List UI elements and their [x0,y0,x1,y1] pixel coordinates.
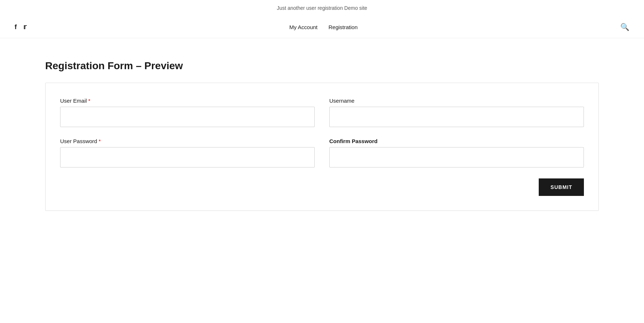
form-row-1: User Email* Username [60,98,584,127]
field-user-email: User Email* [60,98,315,127]
main-nav: My Account Registration [289,24,358,30]
search-button[interactable]: 🔍 [620,23,629,31]
field-confirm-password: Confirm Password [329,138,584,168]
nav-my-account[interactable]: My Account [289,24,318,30]
form-row-2: User Password* Confirm Password [60,138,584,168]
page-title: Registration Form – Preview [45,60,599,72]
input-user-password[interactable] [60,147,315,168]
twitter-icon[interactable]: 𝕣 [23,23,27,31]
label-user-password: User Password* [60,138,315,144]
input-confirm-password[interactable] [329,147,584,168]
input-username[interactable] [329,107,584,127]
main-content: Registration Form – Preview User Email* … [31,38,613,225]
registration-form-container: User Email* Username User Password* [45,83,599,211]
submit-button[interactable]: SUBMIT [539,178,584,196]
field-username: Username [329,98,584,127]
site-tagline: Just another user registration Demo site [277,5,367,11]
form-actions: SUBMIT [60,178,584,196]
nav-registration[interactable]: Registration [329,24,358,30]
label-username: Username [329,98,584,104]
field-user-password: User Password* [60,138,315,168]
required-star-email: * [88,98,90,104]
label-confirm-password: Confirm Password [329,138,584,144]
input-user-email[interactable] [60,107,315,127]
registration-form: User Email* Username User Password* [60,98,584,196]
required-star-password: * [99,138,101,144]
search-icon: 🔍 [620,23,629,31]
label-user-email: User Email* [60,98,315,104]
header: f 𝕣 My Account Registration 🔍 [0,16,644,38]
social-icons: f 𝕣 [15,23,27,31]
facebook-icon[interactable]: f [15,23,17,31]
top-bar: Just another user registration Demo site [0,0,644,16]
